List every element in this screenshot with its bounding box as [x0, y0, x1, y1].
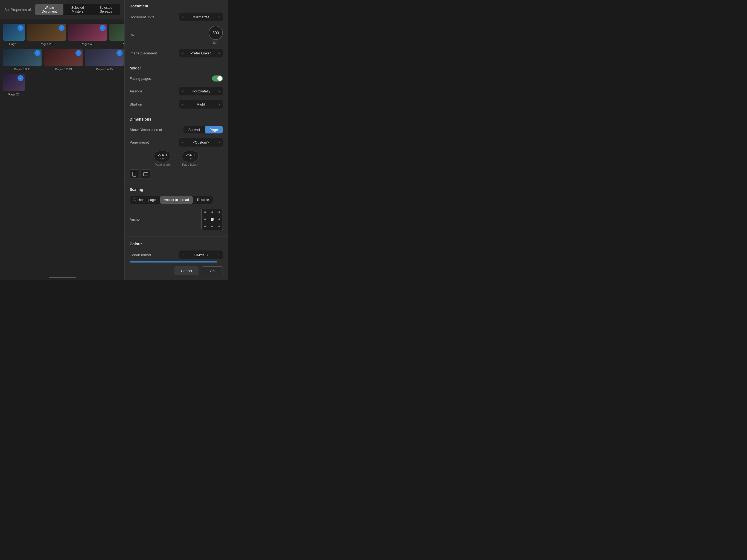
page-height-input[interactable]: 254.0 mm	[182, 151, 199, 162]
list-item[interactable]: ✓ Pages 6,7	[109, 24, 124, 46]
colour-format-prev[interactable]: ‹	[179, 251, 187, 259]
dpi-unit-label: DPI	[213, 41, 218, 44]
page-thumbnail[interactable]: ✓	[44, 49, 83, 66]
page-check-icon: ✓	[34, 50, 41, 56]
page-width-label: Page width	[155, 163, 170, 166]
anchor-dot-tc[interactable]	[209, 209, 216, 216]
page-preset-row: Page preset ‹ <Custom> ›	[125, 136, 228, 149]
page-thumbnail[interactable]: ✓	[109, 24, 124, 41]
anchor-dot-bl[interactable]	[202, 223, 209, 230]
dimensions-values-row: 274.0 mm Page width 254.0 mm Page height	[125, 149, 228, 169]
anchor-dot-br[interactable]	[216, 223, 223, 230]
dpi-label: DPI	[130, 33, 209, 37]
image-placement-row: Image placement ‹ Prefer Linked ›	[125, 47, 228, 59]
page-thumbnail[interactable]: ✓	[27, 24, 66, 41]
divider-1	[125, 61, 228, 61]
scaling-section-title: Scaling	[125, 183, 228, 194]
list-item[interactable]: ✓ Pages 10,11	[3, 49, 42, 71]
toggle-switch[interactable]	[212, 75, 223, 81]
ok-button[interactable]: OK	[202, 266, 223, 275]
list-item[interactable]: ✓ Pages 14,15	[85, 49, 124, 71]
list-item[interactable]: ✓ Pages 2,3	[27, 24, 66, 46]
toggle-knob	[217, 76, 222, 81]
pages-grid: ✓ Page 1 ✓ Pages 2,3 ✓ Pages 4,5	[0, 19, 124, 280]
start-on-prev[interactable]: ‹	[179, 100, 187, 108]
tab-selected-masters[interactable]: Selected Masters	[63, 4, 92, 15]
anchor-to-spread-btn[interactable]: Anchor to spread	[160, 196, 192, 204]
list-item[interactable]: ✓ Page 1	[3, 24, 25, 46]
colour-section-title: Colour	[125, 238, 228, 248]
colour-format-control[interactable]: ‹ CMYK/8 ›	[179, 251, 223, 259]
document-section-title: Document	[125, 0, 228, 10]
anchor-dot-tl[interactable]	[202, 209, 209, 216]
image-placement-prev[interactable]: ‹	[179, 49, 187, 57]
dimensions-segment: Spread Page	[183, 126, 223, 133]
anchor-dot-mc[interactable]	[209, 216, 216, 223]
page-thumbnail[interactable]: ✓	[68, 24, 107, 41]
list-item[interactable]: ✓ Page 20	[3, 74, 25, 96]
page-width-input[interactable]: 274.0 mm	[154, 151, 171, 162]
colour-format-row: Colour format ‹ CMYK/8 ›	[125, 248, 228, 261]
anchor-dot-tr[interactable]	[216, 209, 223, 216]
colour-format-next[interactable]: ›	[215, 251, 223, 259]
pages-row-1: ✓ Page 1 ✓ Pages 2,3 ✓ Pages 4,5	[3, 24, 121, 46]
list-item[interactable]: ✓ Pages 12,13	[44, 49, 83, 71]
dim-spread-btn[interactable]: Spread	[183, 126, 205, 133]
page-thumbnail[interactable]: ✓	[85, 49, 124, 66]
anchor-grid	[202, 209, 223, 230]
divider-3	[125, 182, 228, 182]
arrange-prev[interactable]: ‹	[179, 87, 187, 96]
set-properties-label: Set Properties of:	[4, 8, 32, 12]
page-preset-next[interactable]: ›	[215, 138, 223, 147]
anchor-label: Anchor	[130, 218, 202, 222]
tab-whole-document[interactable]: Whole Document	[35, 4, 63, 15]
list-item[interactable]: ✓ Pages 4,5	[68, 24, 107, 46]
show-dimensions-label: Show Dimensions of	[130, 128, 183, 132]
page-label: Pages 4,5	[81, 42, 94, 46]
image-placement-label: Image placement	[130, 51, 179, 55]
scrollbar[interactable]	[49, 277, 76, 278]
image-placement-control[interactable]: ‹ Prefer Linked ›	[179, 49, 223, 57]
page-label: Pages 14,15	[96, 68, 113, 71]
page-label: Page 1	[9, 42, 19, 46]
dpi-row: DPI 300 DPI	[125, 24, 228, 47]
anchor-dot-bc[interactable]	[209, 223, 216, 230]
landscape-orientation-btn[interactable]	[141, 170, 150, 179]
page-label: Pages 6,7	[122, 42, 124, 46]
page-preset-value: <Custom>	[187, 140, 215, 144]
start-on-control[interactable]: ‹ Right ›	[179, 100, 223, 108]
document-units-prev[interactable]: ‹	[179, 12, 187, 21]
page-check-icon: ✓	[100, 25, 106, 31]
scaling-buttons-row: Anchor to page Anchor to spread Rescale	[125, 194, 228, 206]
anchor-to-page-btn[interactable]: Anchor to page	[130, 196, 159, 204]
page-label: Pages 2,3	[40, 42, 53, 46]
page-preset-prev[interactable]: ‹	[179, 138, 187, 147]
page-thumbnail[interactable]: ✓	[3, 24, 25, 41]
dpi-input[interactable]: 300	[209, 26, 223, 40]
page-thumbnail[interactable]: ✓	[3, 74, 25, 91]
document-units-next[interactable]: ›	[215, 12, 223, 21]
page-height-item: 254.0 mm Page height	[182, 151, 199, 166]
start-on-label: Start on	[130, 102, 179, 106]
start-on-next[interactable]: ›	[215, 100, 223, 108]
divider-4	[125, 236, 228, 237]
divider-2	[125, 112, 228, 112]
page-check-icon: ✓	[18, 25, 24, 31]
tab-selected-spreads[interactable]: Selected Spreads	[92, 4, 120, 15]
page-thumbnail[interactable]: ✓	[3, 49, 42, 66]
page-preset-control[interactable]: ‹ <Custom> ›	[179, 138, 223, 147]
document-units-control[interactable]: ‹ Millimetres ›	[179, 12, 223, 21]
image-placement-next[interactable]: ›	[215, 49, 223, 57]
cancel-button[interactable]: Cancel	[175, 266, 199, 275]
arrange-next[interactable]: ›	[215, 87, 223, 96]
facing-pages-toggle[interactable]	[212, 75, 223, 81]
arrange-control[interactable]: ‹ Horizontally ›	[179, 87, 223, 96]
anchor-dot-mr[interactable]	[216, 216, 223, 223]
portrait-orientation-btn[interactable]	[130, 170, 139, 179]
anchor-dot-ml[interactable]	[202, 216, 209, 223]
page-check-icon: ✓	[58, 25, 65, 31]
dim-page-btn[interactable]: Page	[205, 126, 223, 133]
page-width-unit: mm	[160, 157, 164, 160]
bottom-buttons: Cancel OK	[125, 262, 228, 279]
rescale-btn[interactable]: Rescale	[193, 196, 213, 204]
